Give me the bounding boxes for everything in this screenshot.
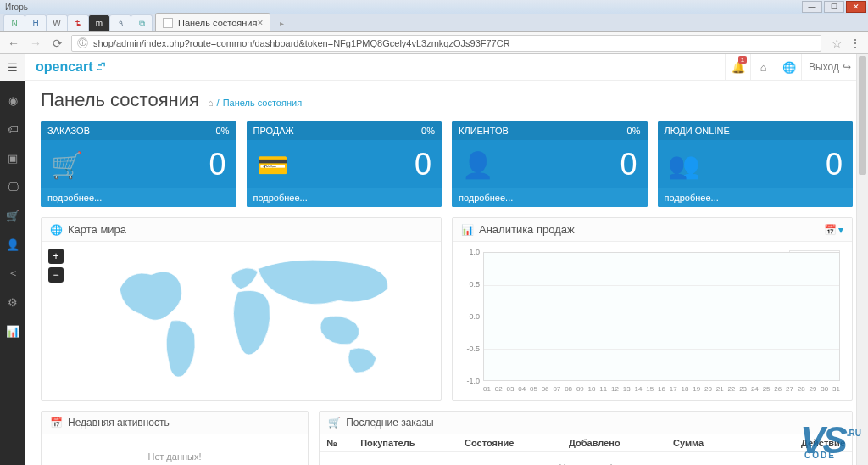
back-button[interactable]: ← [5,35,22,52]
new-tab-button[interactable]: ▸ [270,14,292,31]
breadcrumb-current[interactable]: Панель состояния [223,98,302,108]
forward-button[interactable]: → [27,35,44,52]
sidebar-item-reports[interactable]: 📊 [0,321,25,341]
puzzle-icon: ▣ [8,152,18,165]
cart-icon: 🛒 [51,150,82,180]
chart-y-tick: -1.0 [459,377,480,385]
logout-icon: ↪ [843,61,851,73]
tile-more-link[interactable]: подробнее... [459,193,513,203]
pinned-tab[interactable]: ۹ [109,14,131,31]
tile-more-link[interactable]: подробнее... [47,193,102,203]
sidebar-item-customers[interactable]: 👤 [0,234,25,255]
col-action: Действие [777,438,845,448]
breadcrumb-home-icon[interactable]: ⌂ [208,98,214,108]
gear-icon: ⚙ [8,296,18,309]
sidebar-item-dashboard[interactable]: ◉ [0,90,25,110]
sidebar-item-marketing[interactable]: ＜ [0,263,25,283]
col-number: № [326,438,360,448]
chart-x-tick: 19 [693,385,700,393]
sidebar-toggle-button[interactable]: ☰ [0,54,25,81]
chart-x-tick: 24 [751,385,759,393]
bookmark-icon[interactable]: ☆ [832,36,843,50]
storefront-button[interactable]: 🌐 [776,54,801,80]
notifications-button[interactable]: 🔔 [725,54,750,80]
reload-button[interactable]: ⟳ [49,35,66,52]
col-status: Состояние [465,438,569,448]
breadcrumb-separator: / [217,98,220,108]
user-icon: 👤 [462,150,493,180]
tile-value: 0 [620,147,637,182]
panel-recent-activity: 📅 Недавняя активность Нет данных! [41,411,309,465]
pinned-tab[interactable]: W [46,14,68,31]
tile-percent: 0% [627,126,641,136]
sidebar-item-design[interactable]: 🖵 [0,176,25,197]
globe-icon: 🌐 [50,224,63,236]
chart-x-tick: 06 [542,385,549,393]
tile-percent: 0% [421,126,435,136]
tile-more-link[interactable]: подробнее... [253,193,308,203]
dashboard-tile[interactable]: ПРОДАЖ0%💳0подробнее... [247,121,442,207]
page-scrollbar[interactable] [856,54,868,465]
page-icon [163,18,173,28]
chart-x-tick: 11 [599,385,607,393]
map-zoom-out-button[interactable]: − [48,267,64,283]
tile-more-link[interactable]: подробнее... [665,193,719,203]
pinned-tab[interactable]: Н [25,14,47,31]
logout-label: Выход [809,61,839,73]
window-title-bar: Игорь — ☐ ✕ [0,0,868,14]
sidebar-item-sales[interactable]: 🛒 [0,205,25,226]
logout-button[interactable]: Выход ↪ [801,54,858,80]
window-maximize-button[interactable]: ☐ [824,1,844,13]
browser-menu-icon[interactable]: ⋮ [848,36,863,50]
chart-y-tick: 0.5 [459,280,480,289]
chart-y-tick: 1.0 [459,248,480,256]
dashboard-icon: ◉ [8,94,18,107]
activity-empty-text: Нет данных! [48,441,301,465]
sidebar-item-catalog[interactable]: 🏷 [0,119,25,139]
window-close-button[interactable]: ✕ [846,1,866,13]
world-map[interactable] [70,249,434,393]
pinned-tab[interactable]: N [3,14,25,31]
chart-x-tick: 25 [763,385,771,393]
panel-title: Аналитика продаж [479,223,575,236]
chart-x-tick: 08 [565,385,572,393]
window-minimize-button[interactable]: — [802,1,822,13]
calendar-icon: 📅 [824,224,837,236]
tile-value: 0 [209,147,225,182]
chart-x-tick: 20 [704,385,712,393]
tile-title: КЛИЕНТОВ [459,126,509,136]
chart-x-tick: 03 [506,385,514,393]
pinned-tab[interactable]: m [88,14,110,31]
dashboard-tile[interactable]: КЛИЕНТОВ0%👤0подробнее... [452,121,648,207]
opencart-logo[interactable]: opencart .::⌝ [36,59,104,75]
chart-x-tick: 31 [832,385,840,393]
sidebar-item-extensions[interactable]: ▣ [0,148,25,168]
address-bar[interactable]: ⓘ shop/admin/index.php?route=common/dash… [71,35,821,52]
admin-topbar: opencart .::⌝ 🔔 ⌂ 🌐 Выход ↪ [25,54,868,81]
sidebar-item-system[interactable]: ⚙ [0,292,25,312]
url-text: shop/admin/index.php?route=common/dashbo… [93,38,510,48]
pinned-tab[interactable]: ⧉ [131,14,153,31]
dashboard-tile[interactable]: ЛЮДИ ONLINE👥0подробнее... [658,121,854,207]
chart-x-tick: 21 [716,385,724,393]
col-buyer: Покупатель [360,438,465,448]
card-icon: 💳 [257,150,288,180]
tab-close-icon[interactable]: × [257,17,263,29]
pinned-tab[interactable]: ѣ [67,14,89,31]
home-button[interactable]: ⌂ [750,54,776,80]
analytics-range-button[interactable]: 📅 ▾ [824,224,843,236]
chart-x-tick: 17 [670,385,677,393]
browser-toolbar: ← → ⟳ ⓘ shop/admin/index.php?route=commo… [0,32,868,54]
tile-percent: 0% [216,126,230,136]
scrollbar-thumb[interactable] [859,56,866,175]
share-icon: ＜ [8,266,19,281]
map-zoom-in-button[interactable]: + [48,249,64,264]
chart-x-tick: 10 [588,385,596,393]
globe-icon: 🌐 [782,61,796,74]
browser-tab-active[interactable]: Панель состояния × [155,13,270,31]
dashboard-tile[interactable]: ЗАКАЗОВ0%🛒0подробнее... [41,121,236,207]
bar-chart-icon: 📊 [461,224,474,236]
chart-x-tick: 28 [798,385,805,393]
site-info-icon[interactable]: ⓘ [77,37,88,48]
panel-recent-orders: 🛒 Последние заказы № Покупатель Состояни… [319,411,853,465]
